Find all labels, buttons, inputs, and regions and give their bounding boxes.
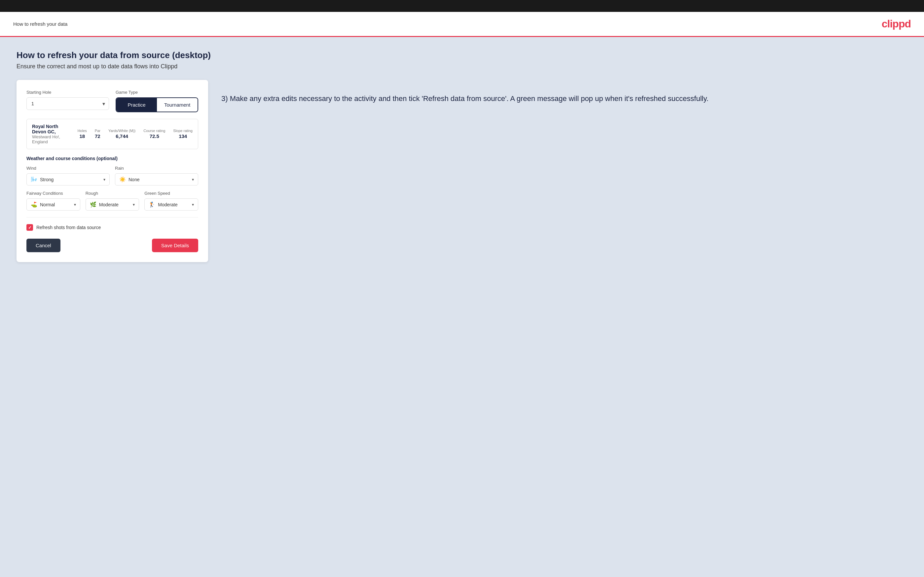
slope-rating-value: 134 (179, 133, 187, 139)
starting-hole-group: Starting Hole 1 (26, 90, 109, 112)
green-speed-icon: 🏌️ (149, 201, 155, 208)
slope-rating-label: Slope rating (173, 129, 192, 133)
conditions-row-2: Fairway Conditions ⛳ Normal ▾ Rough 🌿 Mo… (26, 191, 198, 211)
fairway-value: Normal (40, 202, 74, 207)
par-value: 72 (95, 133, 100, 139)
wind-group: Wind 🌬️ Strong ▾ (26, 166, 110, 185)
header: How to refresh your data clippd (0, 12, 924, 37)
header-title: How to refresh your data (13, 21, 68, 27)
conditions-section-title: Weather and course conditions (optional) (26, 156, 198, 161)
rain-value: None (129, 177, 192, 182)
rough-value: Moderate (99, 202, 133, 207)
stat-yards: Yards/White (M)) 6,744 (108, 129, 136, 139)
instruction-text: 3) Make any extra edits necessary to the… (221, 93, 908, 104)
game-type-group: Game Type Practice Tournament (116, 90, 198, 112)
course-rating-label: Course rating (144, 129, 165, 133)
refresh-checkbox[interactable] (26, 224, 33, 231)
holes-value: 18 (79, 133, 85, 139)
tournament-button[interactable]: Tournament (157, 98, 197, 111)
wind-chevron-icon: ▾ (103, 177, 105, 182)
rain-group: Rain ☀️ None ▾ (115, 166, 198, 185)
course-info-card: Royal North Devon GC, Westward Ho!, Engl… (26, 119, 198, 149)
right-panel: 3) Make any extra edits necessary to the… (221, 80, 908, 104)
rough-label: Rough (86, 191, 139, 196)
course-location: Westward Ho!, England (32, 134, 71, 144)
fairway-label: Fairway Conditions (26, 191, 80, 196)
green-speed-select[interactable]: 🏌️ Moderate ▾ (144, 198, 198, 211)
logo: clippd (882, 18, 911, 30)
rough-chevron-icon: ▾ (133, 202, 135, 207)
stat-holes: Holes 18 (78, 129, 87, 139)
practice-button[interactable]: Practice (116, 98, 157, 111)
wind-label: Wind (26, 166, 110, 171)
wind-select[interactable]: 🌬️ Strong ▾ (26, 173, 110, 185)
cancel-button[interactable]: Cancel (26, 239, 60, 252)
checkbox-label: Refresh shots from data source (36, 225, 101, 230)
form-row-top: Starting Hole 1 Game Type Practice Tourn… (26, 90, 198, 112)
main-content: How to refresh your data from source (de… (0, 37, 924, 577)
top-bar (0, 0, 924, 12)
rain-chevron-icon: ▾ (192, 177, 194, 182)
starting-hole-select-wrapper[interactable]: 1 (26, 97, 109, 110)
par-label: Par (95, 129, 100, 133)
green-speed-chevron-icon: ▾ (192, 202, 194, 207)
game-type-buttons: Practice Tournament (116, 97, 198, 112)
stat-par: Par 72 (95, 129, 100, 139)
wind-icon: 🌬️ (31, 176, 37, 182)
starting-hole-label: Starting Hole (26, 90, 109, 95)
page-subtitle: Ensure the correct and most up to date d… (16, 63, 908, 70)
rain-select[interactable]: ☀️ None ▾ (115, 173, 198, 185)
form-card: Starting Hole 1 Game Type Practice Tourn… (16, 80, 208, 262)
fairway-select[interactable]: ⛳ Normal ▾ (26, 198, 80, 211)
course-rating-value: 72.5 (150, 133, 159, 139)
yards-label: Yards/White (M)) (108, 129, 136, 133)
green-speed-label: Green Speed (144, 191, 198, 196)
holes-label: Holes (78, 129, 87, 133)
stat-course-rating: Course rating 72.5 (144, 129, 165, 139)
course-name-area: Royal North Devon GC, Westward Ho!, Engl… (32, 124, 71, 144)
content-area: Starting Hole 1 Game Type Practice Tourn… (16, 80, 908, 262)
button-row: Cancel Save Details (26, 239, 198, 252)
rain-icon: ☀️ (119, 176, 126, 182)
stat-slope-rating: Slope rating 134 (173, 129, 192, 139)
divider (26, 217, 198, 218)
wind-value: Strong (40, 177, 103, 182)
rain-label: Rain (115, 166, 198, 171)
fairway-icon: ⛳ (31, 201, 37, 208)
green-speed-value: Moderate (158, 202, 192, 207)
save-button[interactable]: Save Details (152, 239, 198, 252)
checkbox-row: Refresh shots from data source (26, 224, 198, 231)
rough-select[interactable]: 🌿 Moderate ▾ (86, 198, 139, 211)
rough-group: Rough 🌿 Moderate ▾ (86, 191, 139, 211)
conditions-row-1: Wind 🌬️ Strong ▾ Rain ☀️ None ▾ (26, 166, 198, 185)
page-title: How to refresh your data from source (de… (16, 50, 908, 60)
yards-value: 6,744 (116, 133, 128, 139)
starting-hole-select[interactable]: 1 (26, 97, 109, 110)
game-type-label: Game Type (116, 90, 198, 95)
green-speed-group: Green Speed 🏌️ Moderate ▾ (144, 191, 198, 211)
rough-icon: 🌿 (90, 201, 97, 208)
course-stats: Holes 18 Par 72 Yards/White (M)) 6,744 C… (78, 129, 192, 139)
course-name: Royal North Devon GC, (32, 124, 71, 134)
fairway-group: Fairway Conditions ⛳ Normal ▾ (26, 191, 80, 211)
fairway-chevron-icon: ▾ (74, 202, 76, 207)
